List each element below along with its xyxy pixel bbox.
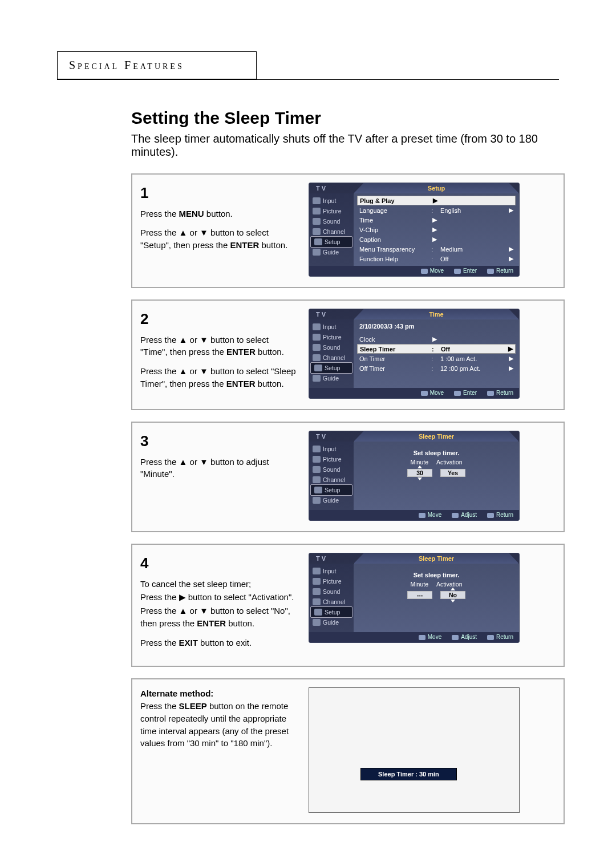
- col-minute: Minute: [410, 459, 428, 465]
- activation-value: Yes: [440, 469, 465, 477]
- sidebar-item-setup: Setup: [325, 238, 340, 245]
- sound-icon: [313, 466, 321, 473]
- tv-label: T V: [309, 183, 354, 193]
- activation-value: No: [440, 591, 465, 599]
- menu-title: Sleep Timer: [354, 553, 519, 564]
- section-rule: [57, 79, 559, 80]
- sidebar-item-sound: Sound: [323, 218, 340, 225]
- menu-title: Setup: [354, 183, 519, 193]
- sound-icon: [313, 588, 321, 595]
- step-1: 1 Press the MENU button. Press the ▲ or …: [131, 173, 565, 288]
- setup-icon: [314, 487, 322, 493]
- guide-icon: [313, 619, 321, 626]
- clock-readout: 2/10/2003/3 :43 pm: [359, 323, 415, 330]
- step-number: 2: [140, 309, 297, 330]
- channel-icon: [313, 476, 321, 483]
- step-3: 3 Press the ▲ or ▼ button to adjust "Min…: [131, 422, 565, 532]
- picture-icon: [313, 334, 321, 341]
- sleep-timer-banner: Sleep Timer : 30 min: [360, 768, 457, 780]
- guide-icon: [313, 497, 321, 504]
- input-icon: [313, 568, 321, 574]
- sound-icon: [313, 218, 321, 225]
- channel-icon: [313, 354, 321, 361]
- col-activation: Activation: [436, 459, 463, 465]
- sidebar-item-picture: Picture: [323, 208, 342, 214]
- menu-title: Sleep Timer: [354, 431, 519, 442]
- sleep-timer-headline: Set sleep timer.: [358, 444, 514, 459]
- page-title: Setting the Sleep Timer: [131, 108, 565, 128]
- step-number: 3: [140, 431, 297, 452]
- step-number: 1: [140, 183, 297, 204]
- osd-time-menu: T V Time Input Picture Sound Channel Set…: [309, 309, 520, 399]
- minute-value: 30: [407, 469, 432, 477]
- sidebar-item-channel: Channel: [323, 228, 345, 235]
- input-icon: [313, 446, 321, 452]
- foot-move: Move: [421, 268, 444, 274]
- osd-sleeptimer-cancel-menu: T V Sleep Timer Input Picture Sound Chan…: [309, 553, 520, 643]
- step-2: 2 Press the ▲ or ▼ button to select "Tim…: [131, 299, 565, 410]
- setup-icon: [314, 238, 322, 245]
- minute-value: ---: [407, 591, 432, 599]
- setup-icon: [314, 365, 322, 371]
- channel-icon: [313, 228, 321, 235]
- alternate-method-heading: Alternate method:: [140, 689, 213, 698]
- guide-icon: [313, 375, 321, 382]
- step-4: 4 To cancel the set sleep timer; Press t…: [131, 544, 565, 667]
- picture-icon: [313, 578, 321, 585]
- input-icon: [313, 323, 321, 330]
- menu-title: Time: [354, 309, 519, 319]
- sleep-timer-headline: Set sleep timer.: [358, 566, 514, 581]
- picture-icon: [313, 456, 321, 463]
- sidebar-item-input: Input: [323, 197, 336, 204]
- step-alternate: Alternate method: Press the SLEEP button…: [131, 678, 565, 824]
- osd-setup-menu: T V Setup Input Picture Sound Channel Se…: [309, 183, 520, 277]
- intro-text: The sleep timer automatically shuts off …: [131, 132, 565, 159]
- osd-sleeptimer-menu: T V Sleep Timer Input Picture Sound Chan…: [309, 431, 520, 521]
- tv-screen-preview: Sleep Timer : 30 min: [309, 687, 520, 813]
- picture-icon: [313, 208, 321, 214]
- foot-return: Return: [487, 268, 513, 274]
- sound-icon: [313, 344, 321, 351]
- foot-enter: Enter: [454, 268, 477, 274]
- setup-icon: [314, 609, 322, 616]
- sidebar-item-guide: Guide: [323, 249, 339, 256]
- input-icon: [313, 197, 321, 204]
- channel-icon: [313, 598, 321, 605]
- section-heading: Special Features: [57, 51, 257, 79]
- step-number: 4: [140, 553, 297, 574]
- guide-icon: [313, 249, 321, 256]
- menu-sidebar: Input Picture Sound Channel Setup Guide: [309, 193, 354, 266]
